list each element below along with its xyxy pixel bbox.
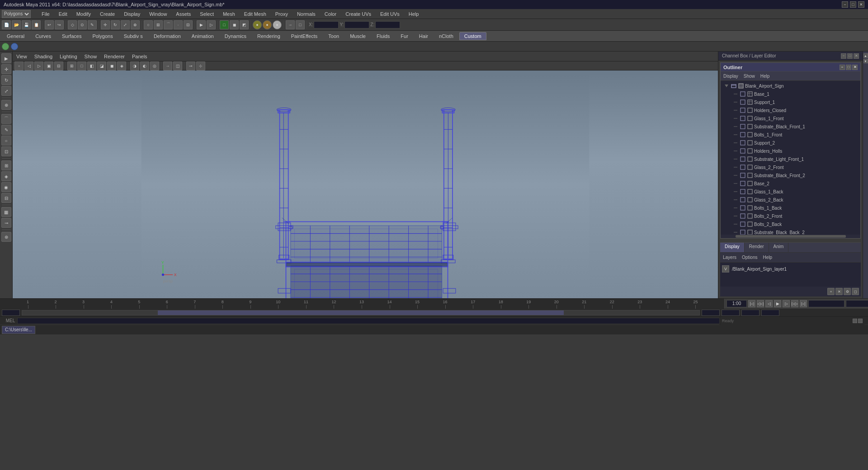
tab-animation[interactable]: Animation — [187, 32, 219, 40]
taskbar-item-1[interactable]: C:\Users\lle... — [2, 326, 35, 334]
menu-proxy[interactable]: Proxy — [274, 10, 290, 18]
menu-select[interactable]: Select — [198, 10, 216, 18]
range-start-field[interactable]: 1.00 — [2, 310, 20, 316]
menu-color[interactable]: Color — [323, 10, 338, 18]
skip-start-btn[interactable]: |◁ — [748, 300, 755, 307]
vp-prev-cam[interactable]: ◁ — [24, 61, 33, 70]
outliner-item-glass1front[interactable]: Glass_1_Front — [722, 114, 859, 122]
vp-dof[interactable]: ◎ — [150, 61, 159, 70]
tab-ncloth[interactable]: nCloth — [434, 32, 458, 40]
status-icon1[interactable] — [853, 319, 857, 323]
layer-options-btn[interactable]: ⚙ — [844, 288, 851, 295]
vp-snap[interactable]: ⊸ — [186, 61, 195, 70]
cloth-tool[interactable]: ⊡ — [1, 146, 11, 156]
outliner-menu-display[interactable]: Display — [723, 74, 738, 79]
tab-curves[interactable]: Curves — [30, 32, 56, 40]
snap-view-btn[interactable]: ⊟ — [184, 20, 193, 29]
outliner-item-substrate-black2[interactable]: Substrate_Black_Front_2 — [722, 171, 859, 179]
vp-shade1[interactable]: □ — [77, 61, 86, 70]
outliner-close[interactable]: ✕ — [852, 65, 858, 70]
vp-grid[interactable]: ⊞ — [67, 61, 76, 70]
layer-select-btn[interactable]: ◻ — [852, 288, 859, 295]
tab-surfaces[interactable]: Surfaces — [57, 32, 86, 40]
select-tool[interactable]: ▶ — [1, 53, 11, 63]
outliner-maximize[interactable]: □ — [846, 65, 851, 70]
z-field[interactable] — [375, 21, 400, 28]
scale-tool[interactable]: ⤢ — [1, 86, 11, 96]
new-layer-btn[interactable]: + — [827, 288, 835, 295]
anim-end2-field[interactable]: 48.00 — [761, 310, 779, 316]
tab-polygons[interactable]: Polygons — [87, 32, 118, 40]
camera-btn[interactable]: □ — [296, 20, 305, 29]
mode-selector[interactable]: Polygons — [2, 10, 31, 18]
vp-bookmark[interactable]: ⊹ — [196, 61, 205, 70]
vp-film-gate[interactable]: ▣ — [44, 61, 53, 70]
layer-tab-render[interactable]: Render — [745, 243, 769, 252]
vp-menu-view[interactable]: View — [16, 54, 27, 59]
lasso-tool-btn[interactable]: ⊙ — [78, 20, 87, 29]
vp-menu-panels[interactable]: Panels — [132, 54, 147, 59]
menu-edit[interactable]: Edit — [57, 10, 69, 18]
layer-opt-options[interactable]: Options — [742, 255, 757, 260]
vp-ao[interactable]: ◐ — [140, 61, 149, 70]
viewport-3d[interactable]: .wire { stroke: #3333cc; stroke-width: 1… — [13, 70, 718, 298]
outliner-item-support1[interactable]: Support_1 — [722, 98, 859, 106]
timeline-ruler[interactable]: 1234567891011121314151617181920212223242… — [0, 299, 723, 309]
x-field[interactable] — [314, 21, 339, 28]
range-end-field[interactable]: 24.00 — [702, 310, 720, 316]
outliner-item-holders-holls[interactable]: Holders_Holls — [722, 147, 859, 155]
new-scene-btn[interactable]: 📄 — [2, 20, 11, 29]
attr-strip-btn1[interactable]: ▲ — [863, 53, 868, 58]
outliner-item-base1[interactable]: Base_1 — [722, 90, 859, 98]
vp-shade5[interactable]: ◈ — [117, 61, 126, 70]
tab-muscle[interactable]: Muscle — [345, 32, 371, 40]
outliner-item-substrate-light[interactable]: Substrate_Light_Front_1 — [722, 155, 859, 163]
render-region-btn[interactable]: ▦ — [1, 207, 11, 217]
sculpt-tool[interactable]: ○ — [1, 136, 11, 146]
flat-shade-btn[interactable]: ◩ — [240, 20, 249, 29]
snap-curve-btn[interactable]: ⌒ — [164, 20, 173, 29]
tab-dynamics[interactable]: Dynamics — [220, 32, 251, 40]
undo-btn[interactable]: ↩ — [45, 20, 54, 29]
anim-start-field[interactable]: 1.00 — [722, 310, 740, 316]
menu-modify[interactable]: Modify — [75, 10, 93, 18]
tab-fluids[interactable]: Fluids — [372, 32, 395, 40]
select-tool-btn[interactable]: ◇ — [68, 20, 77, 29]
attr-strip-btn2[interactable]: ▼ — [863, 59, 868, 63]
scale-tool-btn[interactable]: ⤢ — [121, 20, 130, 29]
layer-visibility-btn[interactable]: V — [722, 265, 729, 273]
transform-tool-btn[interactable]: ⊕ — [131, 20, 140, 29]
outliner-item-glass2back[interactable]: Glass_2_Back — [722, 196, 859, 204]
outliner-menu-show[interactable]: Show — [744, 74, 755, 79]
outliner-item-glass1back[interactable]: Glass_1_Back — [722, 188, 859, 196]
vp-menu-shading[interactable]: Shading — [34, 54, 52, 59]
vp-shadows[interactable]: ◑ — [130, 61, 139, 70]
layer-opt-layers[interactable]: Layers — [723, 255, 736, 260]
menu-file[interactable]: File — [40, 10, 52, 18]
blue-orb-1[interactable] — [11, 43, 18, 50]
show-manip[interactable]: ⊕ — [1, 100, 11, 110]
channel-box-maximize[interactable]: □ — [847, 53, 853, 59]
vp-pan[interactable]: ⊟ — [54, 61, 63, 70]
move-tool-btn[interactable]: ✛ — [101, 20, 110, 29]
hscrollbar-thumb[interactable] — [736, 235, 846, 238]
smooth-shade-btn[interactable]: ◼ — [230, 20, 239, 29]
light3-btn[interactable]: ● — [273, 20, 282, 29]
vp-shade2[interactable]: ◧ — [87, 61, 96, 70]
save-scene-btn[interactable]: 💾 — [22, 20, 31, 29]
menu-help[interactable]: Help — [407, 10, 421, 18]
outliner-item-bolts1back[interactable]: Bolts_1_Back — [722, 204, 859, 212]
outliner-item-substrate-black-back2[interactable]: Substrate_Black_Back_2 — [722, 228, 859, 235]
vp-menu-lighting[interactable]: Lighting — [60, 54, 77, 59]
outliner-item-support2[interactable]: Support_2 — [722, 139, 859, 147]
rotate-tool[interactable]: ↻ — [1, 75, 11, 85]
outliner-item-root[interactable]: Blank_Airport_Sign — [722, 82, 859, 90]
maximize-button[interactable]: □ — [850, 1, 856, 8]
wireframe-btn[interactable]: □ — [220, 20, 229, 29]
anim-layer-field[interactable]: No Anim Layer — [808, 300, 844, 307]
channel-box-close[interactable]: ✕ — [854, 53, 859, 59]
outliner-item-bolts2back[interactable]: Bolts_2_Back — [722, 220, 859, 228]
tab-subdivs[interactable]: Subdiv s — [119, 32, 148, 40]
layer-tab-display[interactable]: Display — [720, 243, 745, 252]
vp-shade3[interactable]: ◪ — [97, 61, 106, 70]
